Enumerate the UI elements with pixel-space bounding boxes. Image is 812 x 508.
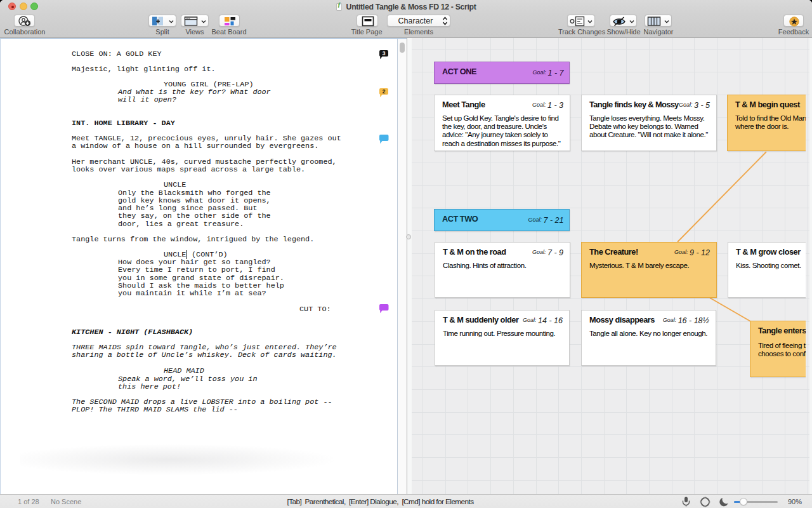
- svg-text:3: 3: [383, 50, 386, 57]
- svg-text:2: 2: [383, 88, 386, 95]
